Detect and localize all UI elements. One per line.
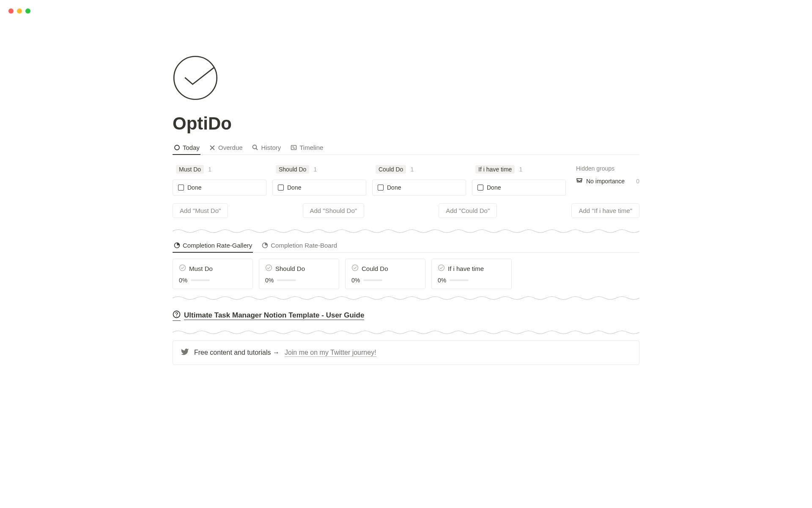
gallery-card-must-do[interactable]: Must Do 0% [173,259,253,289]
svg-point-9 [439,265,444,271]
column-tag: If i have time [475,165,515,174]
checkbox-icon[interactable] [278,185,284,190]
add-must-do-button[interactable]: Add "Must Do" [173,203,228,218]
progress-bar [363,279,382,281]
task-card[interactable]: Done [173,179,266,196]
column-header[interactable]: If i have time 1 [472,161,566,178]
card-title: Done [387,184,401,191]
tab-completion-gallery[interactable]: Completion Rate-Gallery [173,239,253,252]
completion-tabs: Completion Rate-Gallery Completion Rate-… [173,239,639,253]
percent-value: 0% [351,277,360,284]
twitter-prefix: Free content and tutorials → [194,349,280,356]
x-icon [209,144,216,151]
gallery-card-title: Should Do [275,265,305,272]
hidden-groups: Hidden groups No importance 0 [572,161,639,196]
tab-completion-board[interactable]: Completion Rate-Board [261,239,338,252]
progress-bar [450,279,469,281]
check-circle-icon [351,264,359,273]
twitter-callout[interactable]: Free content and tutorials → Join me on … [173,340,639,365]
column-header[interactable]: Should Do 1 [272,161,366,178]
hidden-group-item[interactable]: No importance 0 [576,177,639,185]
user-guide-link[interactable]: Ultimate Task Manager Notion Template - … [173,306,639,324]
tab-label: Completion Rate-Board [271,242,337,249]
task-card[interactable]: Done [472,179,566,196]
percent-value: 0% [438,277,446,284]
page-title: OptiDo [173,113,639,134]
task-card[interactable]: Done [272,179,366,196]
column-must-do: Must Do 1 Done [173,161,266,196]
svg-rect-3 [291,146,296,150]
completion-gallery: Must Do 0% Should Do 0% [173,259,639,289]
column-should-do: Should Do 1 Done [272,161,366,196]
column-count: 1 [519,166,522,173]
svg-point-1 [175,145,179,150]
svg-point-8 [352,265,358,271]
search-icon [252,144,259,151]
divider-icon [173,329,639,335]
svg-point-2 [253,145,257,149]
add-could-do-button[interactable]: Add "Could Do" [439,203,497,218]
column-count: 1 [410,166,414,173]
user-guide-title: Ultimate Task Manager Notion Template - … [184,311,364,320]
divider-icon [173,295,639,301]
column-header[interactable]: Must Do 1 [173,161,266,178]
check-circle-icon [265,264,272,273]
column-count: 1 [313,166,317,173]
help-icon [173,310,181,321]
column-count: 1 [208,166,211,173]
check-circle-icon [438,264,445,273]
window-traffic-lights [8,8,30,14]
percent-value: 0% [265,277,274,284]
twitter-icon [181,348,189,358]
tab-label: Timeline [299,144,323,151]
timeline-icon [290,144,297,151]
gallery-card-should-do[interactable]: Should Do 0% [259,259,339,289]
add-buttons-row: Add "Must Do" Add "Should Do" Add "Could… [173,203,639,218]
checkbox-icon[interactable] [178,185,184,190]
twitter-link[interactable]: Join me on my Twitter journey! [285,349,376,357]
circle-icon [173,144,180,151]
tab-label: Today [183,144,200,151]
svg-point-11 [176,316,177,317]
inbox-icon [576,177,583,185]
percent-value: 0% [179,277,187,284]
column-tag: Could Do [376,165,406,174]
close-window-button[interactable] [8,8,14,14]
view-tabs: Today Overdue History Timeline [173,141,639,155]
divider-icon [173,228,639,234]
svg-point-0 [174,56,217,99]
column-could-do: Could Do 1 Done [372,161,466,196]
svg-point-7 [266,265,272,271]
page-content: OptiDo Today Overdue History Timeline [152,0,660,382]
tab-history[interactable]: History [251,141,282,155]
column-tag: Must Do [176,165,204,174]
progress-bar [191,279,210,281]
hidden-item-count: 0 [636,178,639,185]
checkbox-icon[interactable] [378,185,384,190]
add-if-time-button[interactable]: Add "If i have time" [571,203,639,218]
card-title: Done [187,184,201,191]
tab-overdue[interactable]: Overdue [208,141,244,155]
gallery-card-if-time[interactable]: If i have time 0% [431,259,512,289]
pie-icon [261,242,268,249]
column-if-time: If i have time 1 Done [472,161,566,196]
tab-today[interactable]: Today [173,141,200,155]
minimize-window-button[interactable] [17,8,22,14]
hidden-item-label: No importance [586,178,625,185]
card-title: Done [487,184,501,191]
tab-timeline[interactable]: Timeline [289,141,324,155]
tab-label: Completion Rate-Gallery [183,242,252,249]
add-should-do-button[interactable]: Add "Should Do" [303,203,365,218]
progress-bar [277,279,296,281]
gallery-card-could-do[interactable]: Could Do 0% [345,259,425,289]
gallery-card-title: Must Do [189,265,213,272]
checkbox-icon[interactable] [477,185,483,190]
column-header[interactable]: Could Do 1 [372,161,466,178]
pie-icon [173,242,180,249]
kanban-board: Must Do 1 Done Should Do 1 Done Could Do… [173,161,639,196]
svg-point-6 [180,265,186,271]
tab-label: Overdue [218,144,243,151]
maximize-window-button[interactable] [25,8,30,14]
task-card[interactable]: Done [372,179,466,196]
hidden-groups-title: Hidden groups [576,161,639,177]
